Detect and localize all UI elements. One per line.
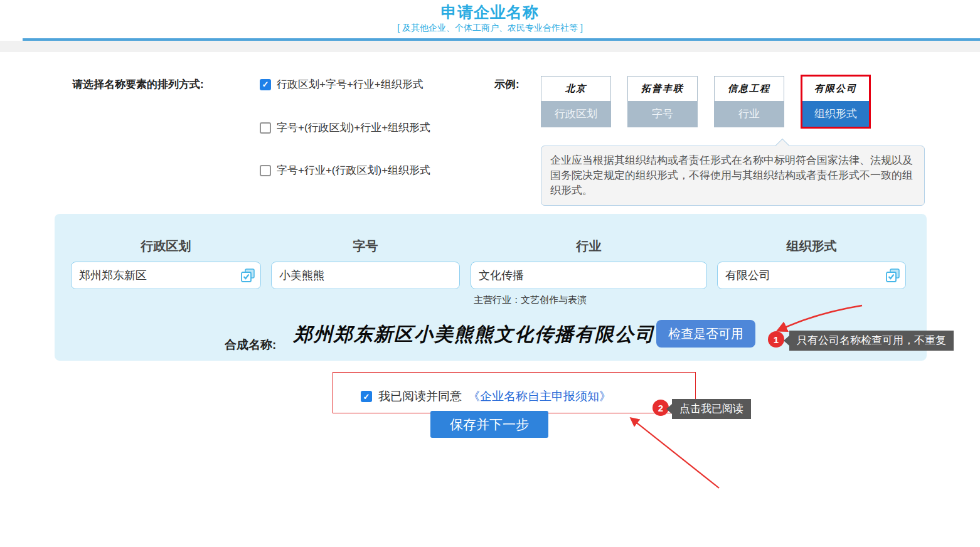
declaration-notice-link[interactable]: 《企业名称自主申报须知》 [468,388,611,405]
annotation-tooltip-text: 只有公司名称检查可用，不重复 [797,334,946,346]
orgform-note-text: 企业应当根据其组织结构或者责任形式在名称中标明符合国家法律、法规以及国务院决定规… [550,154,913,196]
list-picker-icon[interactable] [885,268,900,283]
list-picker-icon[interactable] [240,268,255,283]
example-label: 示例: [494,77,519,92]
arrangement-option-1[interactable]: ✓ 行政区划+字号+行业+组织形式 [260,77,423,92]
orgform-field-wrapper [717,262,906,289]
checkbox-checked-icon[interactable]: ✓ [260,79,271,90]
check-availability-button[interactable]: 检查是否可用 [656,320,755,348]
composed-name-label: 合成名称: [225,337,276,353]
region-field-wrapper [71,262,261,289]
example-boxes: 北京 行政区划 拓普丰联 字号 信息工程 行业 有限公司 组织形式 [541,76,871,129]
arrangement-option-2[interactable]: 字号+(行政区划)+行业+组织形式 [260,120,430,135]
annotation-tooltip-1: 只有公司名称检查可用，不重复 [789,331,954,351]
example-box-value: 北京 [541,77,610,101]
column-header-orgform: 组织形式 [717,238,906,255]
tradename-input[interactable] [271,262,460,289]
save-next-button[interactable]: 保存并下一步 [430,411,548,438]
page-title: 申请企业名称 [0,2,980,23]
arrangement-option-label: 行政区划+字号+行业+组织形式 [277,77,423,92]
annotation-tooltip-2: 点击我已阅读 [672,399,751,419]
example-box-label: 组织形式 [802,101,869,127]
checkbox-unchecked-icon[interactable] [260,165,271,176]
orgform-input[interactable] [717,262,906,289]
column-header-tradename: 字号 [271,238,460,255]
orgform-note-box: 企业应当根据其组织结构或者责任形式在名称中标明符合国家法律、法规以及国务院决定规… [541,146,925,206]
arrangement-label: 请选择名称要素的排列方式: [72,77,204,92]
example-box-label: 字号 [628,101,697,127]
agreement-row: ✓ 我已阅读并同意 《企业名称自主申报须知》 [361,388,611,405]
annotation-badge-1: 1 [768,331,784,348]
arrangement-option-3[interactable]: 字号+行业+(行政区划)+组织形式 [260,163,430,178]
composed-name-value: 郑州郑东新区小美熊熊文化传播有限公司 [294,322,655,348]
header-gray-bar [0,41,980,52]
annotation-tooltip-text: 点击我已阅读 [679,403,743,415]
agreement-label: 我已阅读并同意 [378,388,462,405]
example-box-orgform-highlighted: 有限公司 组织形式 [801,75,871,129]
tradename-field-wrapper [271,262,460,289]
checkbox-unchecked-icon[interactable] [260,122,271,134]
example-box-label: 行政区划 [541,101,610,127]
example-box-value: 信息工程 [715,77,784,101]
column-header-region: 行政区划 [71,238,261,255]
example-box-industry: 信息工程 行业 [714,76,784,127]
example-box-region: 北京 行政区划 [541,76,611,127]
apply-enterprise-name-page: 申请企业名称 [ 及其他企业、个体工商户、农民专业合作社等 ] 请选择名称要素的… [0,0,980,547]
example-box-tradename: 拓普丰联 字号 [627,76,698,127]
industry-field-wrapper [471,262,707,289]
region-input[interactable] [71,262,261,289]
column-header-industry: 行业 [471,238,707,255]
tooltip-left-caret [784,336,789,346]
industry-input[interactable] [471,262,707,289]
note-caret-up [775,139,790,153]
arrangement-option-label: 字号+(行政区划)+行业+组织形式 [277,120,430,135]
example-box-value: 有限公司 [802,77,869,101]
red-arrow-to-agreement [631,418,719,488]
agreement-checkbox[interactable]: ✓ [361,391,372,402]
arrangement-option-label: 字号+行业+(行政区划)+组织形式 [277,163,430,178]
page-subtitle: [ 及其他企业、个体工商户、农民专业合作社等 ] [0,23,980,34]
example-box-label: 行业 [715,101,784,127]
main-industry-note: 主营行业：文艺创作与表演 [474,294,587,306]
example-box-value: 拓普丰联 [628,77,697,101]
tooltip-left-caret [666,404,672,414]
